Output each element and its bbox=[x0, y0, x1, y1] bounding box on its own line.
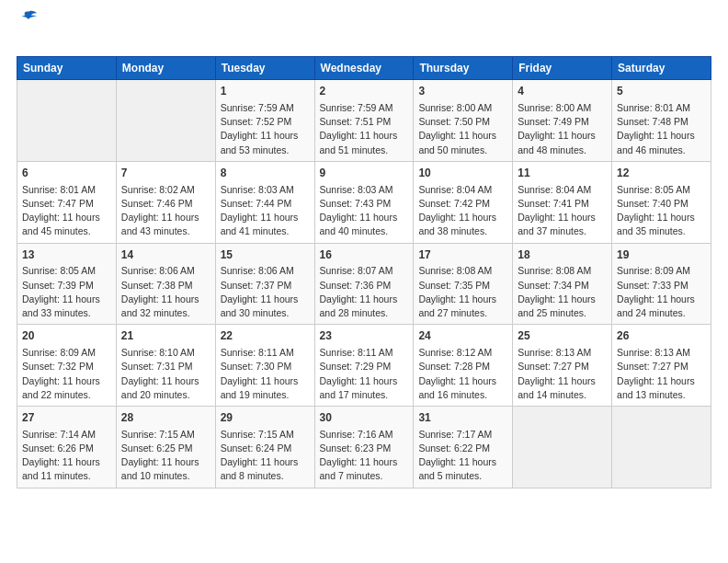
day-number: 3 bbox=[418, 84, 507, 99]
calendar-cell: 28Sunrise: 7:15 AM Sunset: 6:25 PM Dayli… bbox=[116, 406, 215, 488]
calendar-cell: 22Sunrise: 8:11 AM Sunset: 7:30 PM Dayli… bbox=[215, 325, 314, 407]
calendar-cell: 23Sunrise: 8:11 AM Sunset: 7:29 PM Dayli… bbox=[314, 325, 414, 407]
day-info: Sunrise: 8:13 AM Sunset: 7:27 PM Dayligh… bbox=[617, 346, 706, 402]
day-info: Sunrise: 7:59 AM Sunset: 7:52 PM Dayligh… bbox=[221, 101, 310, 157]
calendar-cell: 30Sunrise: 7:16 AM Sunset: 6:23 PM Dayli… bbox=[314, 406, 414, 488]
day-info: Sunrise: 8:09 AM Sunset: 7:33 PM Dayligh… bbox=[617, 264, 706, 320]
week-row-3: 13Sunrise: 8:05 AM Sunset: 7:39 PM Dayli… bbox=[17, 243, 711, 325]
day-info: Sunrise: 8:07 AM Sunset: 7:36 PM Dayligh… bbox=[320, 264, 409, 320]
day-number: 26 bbox=[617, 328, 706, 344]
day-info: Sunrise: 8:03 AM Sunset: 7:44 PM Dayligh… bbox=[221, 183, 310, 239]
calendar-cell: 13Sunrise: 8:05 AM Sunset: 7:39 PM Dayli… bbox=[17, 243, 117, 325]
day-number: 12 bbox=[617, 166, 706, 181]
day-number: 22 bbox=[221, 328, 310, 344]
day-info: Sunrise: 8:03 AM Sunset: 7:43 PM Dayligh… bbox=[320, 183, 409, 239]
day-number: 15 bbox=[221, 247, 310, 263]
calendar-cell: 14Sunrise: 8:06 AM Sunset: 7:38 PM Dayli… bbox=[116, 243, 215, 325]
day-info: Sunrise: 7:15 AM Sunset: 6:24 PM Dayligh… bbox=[221, 428, 310, 484]
day-info: Sunrise: 7:59 AM Sunset: 7:51 PM Dayligh… bbox=[320, 101, 409, 157]
weekday-header-sunday: Sunday bbox=[17, 57, 117, 80]
calendar-cell: 1Sunrise: 7:59 AM Sunset: 7:52 PM Daylig… bbox=[215, 80, 314, 162]
weekday-header-thursday: Thursday bbox=[414, 57, 513, 80]
day-number: 20 bbox=[22, 328, 111, 344]
day-number: 24 bbox=[418, 328, 507, 344]
weekday-header-tuesday: Tuesday bbox=[215, 57, 314, 80]
day-number: 19 bbox=[617, 247, 706, 263]
calendar-cell: 26Sunrise: 8:13 AM Sunset: 7:27 PM Dayli… bbox=[612, 325, 711, 407]
day-number: 30 bbox=[320, 410, 409, 426]
day-info: Sunrise: 7:15 AM Sunset: 6:25 PM Dayligh… bbox=[121, 428, 210, 484]
calendar-cell: 20Sunrise: 8:09 AM Sunset: 7:32 PM Dayli… bbox=[17, 325, 117, 407]
day-info: Sunrise: 8:13 AM Sunset: 7:27 PM Dayligh… bbox=[518, 346, 607, 402]
day-number: 11 bbox=[518, 166, 607, 181]
day-number: 8 bbox=[221, 166, 310, 181]
calendar-cell bbox=[513, 406, 612, 488]
day-number: 2 bbox=[320, 84, 409, 99]
day-number: 25 bbox=[518, 328, 607, 344]
logo-bird-icon bbox=[18, 9, 39, 29]
calendar-cell: 9Sunrise: 8:03 AM Sunset: 7:43 PM Daylig… bbox=[314, 161, 414, 243]
day-info: Sunrise: 8:04 AM Sunset: 7:42 PM Dayligh… bbox=[418, 183, 507, 239]
calendar-cell: 27Sunrise: 7:14 AM Sunset: 6:26 PM Dayli… bbox=[17, 406, 117, 488]
day-number: 10 bbox=[418, 166, 507, 181]
day-info: Sunrise: 8:01 AM Sunset: 7:48 PM Dayligh… bbox=[617, 101, 706, 157]
day-info: Sunrise: 8:08 AM Sunset: 7:35 PM Dayligh… bbox=[418, 264, 507, 320]
day-info: Sunrise: 8:05 AM Sunset: 7:39 PM Dayligh… bbox=[22, 264, 111, 320]
day-info: Sunrise: 8:01 AM Sunset: 7:47 PM Dayligh… bbox=[22, 183, 111, 239]
calendar-cell: 15Sunrise: 8:06 AM Sunset: 7:37 PM Dayli… bbox=[215, 243, 314, 325]
day-number: 18 bbox=[518, 247, 607, 263]
week-row-1: 1Sunrise: 7:59 AM Sunset: 7:52 PM Daylig… bbox=[17, 80, 711, 162]
calendar-cell: 31Sunrise: 7:17 AM Sunset: 6:22 PM Dayli… bbox=[414, 406, 513, 488]
weekday-row: SundayMondayTuesdayWednesdayThursdayFrid… bbox=[17, 57, 711, 80]
calendar-page: SundayMondayTuesdayWednesdayThursdayFrid… bbox=[0, 0, 728, 498]
day-number: 21 bbox=[121, 328, 210, 344]
calendar-cell: 6Sunrise: 8:01 AM Sunset: 7:47 PM Daylig… bbox=[17, 161, 117, 243]
calendar-table: SundayMondayTuesdayWednesdayThursdayFrid… bbox=[17, 56, 711, 488]
day-info: Sunrise: 8:00 AM Sunset: 7:49 PM Dayligh… bbox=[518, 101, 607, 157]
day-number: 14 bbox=[121, 247, 210, 263]
day-number: 7 bbox=[121, 166, 210, 181]
calendar-cell: 16Sunrise: 8:07 AM Sunset: 7:36 PM Dayli… bbox=[314, 243, 414, 325]
week-row-5: 27Sunrise: 7:14 AM Sunset: 6:26 PM Dayli… bbox=[17, 406, 711, 488]
calendar-cell: 2Sunrise: 7:59 AM Sunset: 7:51 PM Daylig… bbox=[314, 80, 414, 162]
day-number: 16 bbox=[320, 247, 409, 263]
day-number: 13 bbox=[22, 247, 111, 263]
calendar-cell: 10Sunrise: 8:04 AM Sunset: 7:42 PM Dayli… bbox=[414, 161, 513, 243]
calendar-cell: 25Sunrise: 8:13 AM Sunset: 7:27 PM Dayli… bbox=[513, 325, 612, 407]
week-row-2: 6Sunrise: 8:01 AM Sunset: 7:47 PM Daylig… bbox=[17, 161, 711, 243]
day-number: 6 bbox=[22, 166, 111, 181]
day-info: Sunrise: 8:04 AM Sunset: 7:41 PM Dayligh… bbox=[518, 183, 607, 239]
calendar-cell: 17Sunrise: 8:08 AM Sunset: 7:35 PM Dayli… bbox=[414, 243, 513, 325]
calendar-cell: 4Sunrise: 8:00 AM Sunset: 7:49 PM Daylig… bbox=[513, 80, 612, 162]
day-info: Sunrise: 8:10 AM Sunset: 7:31 PM Dayligh… bbox=[121, 346, 210, 402]
week-row-4: 20Sunrise: 8:09 AM Sunset: 7:32 PM Dayli… bbox=[17, 325, 711, 407]
weekday-header-monday: Monday bbox=[116, 57, 215, 80]
day-number: 23 bbox=[320, 328, 409, 344]
calendar-cell: 18Sunrise: 8:08 AM Sunset: 7:34 PM Dayli… bbox=[513, 243, 612, 325]
day-info: Sunrise: 8:11 AM Sunset: 7:29 PM Dayligh… bbox=[320, 346, 409, 402]
day-info: Sunrise: 8:06 AM Sunset: 7:38 PM Dayligh… bbox=[121, 264, 210, 320]
day-info: Sunrise: 8:08 AM Sunset: 7:34 PM Dayligh… bbox=[518, 264, 607, 320]
calendar-cell: 21Sunrise: 8:10 AM Sunset: 7:31 PM Dayli… bbox=[116, 325, 215, 407]
calendar-cell: 29Sunrise: 7:15 AM Sunset: 6:24 PM Dayli… bbox=[215, 406, 314, 488]
day-info: Sunrise: 8:05 AM Sunset: 7:40 PM Dayligh… bbox=[617, 183, 706, 239]
weekday-header-friday: Friday bbox=[513, 57, 612, 80]
calendar-header: SundayMondayTuesdayWednesdayThursdayFrid… bbox=[17, 57, 711, 80]
day-info: Sunrise: 8:11 AM Sunset: 7:30 PM Dayligh… bbox=[221, 346, 310, 402]
day-number: 4 bbox=[518, 84, 607, 99]
weekday-header-saturday: Saturday bbox=[612, 57, 711, 80]
calendar-cell: 5Sunrise: 8:01 AM Sunset: 7:48 PM Daylig… bbox=[612, 80, 711, 162]
calendar-cell: 3Sunrise: 8:00 AM Sunset: 7:50 PM Daylig… bbox=[414, 80, 513, 162]
calendar-body: 1Sunrise: 7:59 AM Sunset: 7:52 PM Daylig… bbox=[17, 80, 711, 488]
calendar-cell: 12Sunrise: 8:05 AM Sunset: 7:40 PM Dayli… bbox=[612, 161, 711, 243]
calendar-cell: 8Sunrise: 8:03 AM Sunset: 7:44 PM Daylig… bbox=[215, 161, 314, 243]
day-number: 27 bbox=[22, 410, 111, 426]
calendar-cell bbox=[612, 406, 711, 488]
day-number: 31 bbox=[418, 410, 507, 426]
day-info: Sunrise: 8:09 AM Sunset: 7:32 PM Dayligh… bbox=[22, 346, 111, 402]
calendar-cell bbox=[116, 80, 215, 162]
day-info: Sunrise: 7:16 AM Sunset: 6:23 PM Dayligh… bbox=[320, 428, 409, 484]
day-info: Sunrise: 8:02 AM Sunset: 7:46 PM Dayligh… bbox=[121, 183, 210, 239]
calendar-cell bbox=[17, 80, 117, 162]
day-info: Sunrise: 8:12 AM Sunset: 7:28 PM Dayligh… bbox=[418, 346, 507, 402]
